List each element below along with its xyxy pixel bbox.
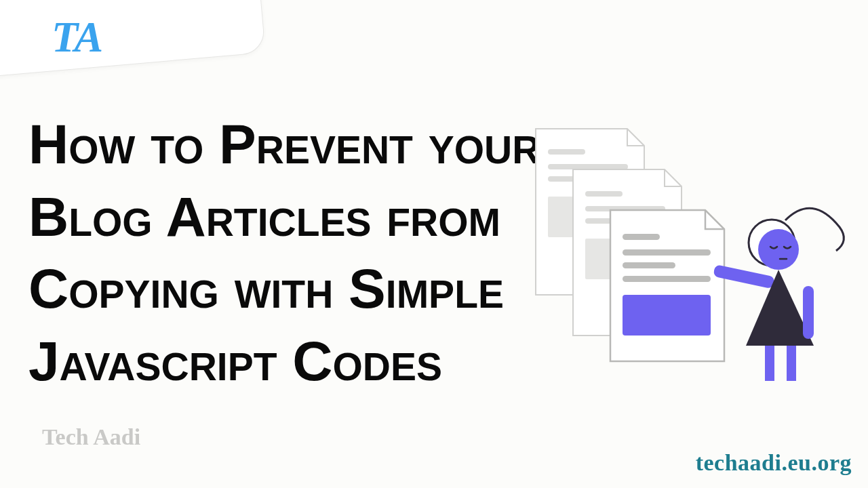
- svg-rect-17: [765, 346, 774, 381]
- person-icon: [713, 208, 844, 381]
- svg-rect-12: [623, 295, 711, 336]
- svg-rect-9: [623, 249, 711, 256]
- svg-rect-8: [623, 234, 660, 240]
- svg-rect-1: [548, 164, 628, 169]
- logo-card: [0, 0, 266, 77]
- site-url: techaadi.eu.org: [696, 450, 852, 476]
- svg-rect-4: [585, 191, 623, 197]
- svg-point-14: [758, 229, 799, 270]
- svg-rect-18: [787, 346, 796, 381]
- svg-rect-0: [548, 149, 585, 155]
- document-front-icon: [610, 210, 724, 361]
- documents-svg: [515, 108, 854, 393]
- page-title: How to Prevent your Blog Articles from C…: [28, 108, 544, 397]
- svg-rect-10: [623, 262, 675, 268]
- svg-rect-11: [623, 276, 711, 282]
- svg-rect-16: [803, 286, 814, 339]
- brand-logo: TA: [52, 12, 102, 62]
- documents-illustration: [515, 108, 854, 393]
- author-name: Tech Aadi: [42, 424, 140, 450]
